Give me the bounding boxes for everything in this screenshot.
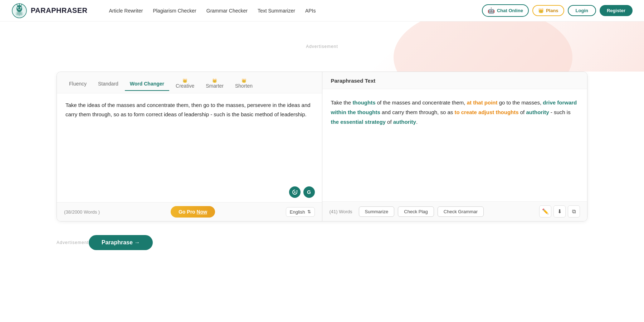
paraphrase-button[interactable]: Paraphrase → [89, 235, 153, 250]
icon-buttons: G [289, 186, 315, 198]
para-text-6: - such is [549, 109, 571, 115]
chat-robot-icon: 🤖 [488, 7, 495, 14]
input-textarea[interactable] [65, 101, 313, 194]
right-panel-header: Paraphrased Text [322, 72, 587, 89]
download-icon[interactable]: ⬇ [553, 205, 566, 218]
nav-text-summarizer[interactable]: Text Summarizer [258, 8, 295, 14]
ad-top-label: Advertisement [306, 44, 338, 49]
icon-actions: ✏️ ⬇ ⧉ [539, 205, 580, 218]
para-text-3: go to the masses, [498, 99, 543, 106]
edit-icon[interactable]: ✏️ [539, 205, 551, 218]
para-highlight-create: to create adjust thoughts [454, 109, 518, 115]
paraphrased-content: Take the thoughts of the masses and conc… [322, 89, 587, 201]
svg-point-1 [16, 5, 22, 12]
nav-article-rewriter[interactable]: Article Rewriter [109, 8, 143, 14]
para-highlight-authority2: authority [393, 119, 416, 125]
right-bottom-bar: (41) Words Summarize Check Plag Check Gr… [322, 201, 587, 221]
go-pro-button[interactable]: Go Pro Now [171, 206, 215, 218]
main-nav: Article Rewriter Plagiarism Checker Gram… [109, 8, 316, 14]
tab-standard[interactable]: Standard [93, 78, 123, 91]
para-text-8: . [416, 119, 418, 125]
left-panel: Fluency Standard Word Changer 👑 Creative… [57, 72, 322, 221]
svg-point-4 [18, 8, 19, 8]
crown-icon: 👑 [538, 8, 544, 13]
tab-word-changer[interactable]: Word Changer [125, 78, 169, 91]
para-text-7: of [386, 119, 393, 125]
copy-icon[interactable]: ⧉ [568, 205, 580, 218]
tabs-bar: Fluency Standard Word Changer 👑 Creative… [57, 72, 322, 93]
tab-creative[interactable]: 👑 Creative [171, 75, 199, 93]
brand-logo[interactable]: PARAPHRASER [11, 3, 87, 19]
navbar: PARAPHRASER Article Rewriter Plagiarism … [0, 0, 644, 21]
summarize-button[interactable]: Summarize [359, 206, 395, 217]
creative-crown-icon: 👑 [182, 78, 187, 83]
svg-point-9 [294, 191, 296, 193]
login-button[interactable]: Login [568, 5, 596, 16]
navbar-actions: 🤖 Chat Online 👑 Plans Login Register [482, 4, 633, 17]
nav-apis[interactable]: APIs [305, 8, 316, 14]
right-word-count: (41) Words [330, 209, 352, 214]
nav-plagiarism-checker[interactable]: Plagiarism Checker [153, 8, 196, 14]
left-bottom-bar: (38/2000 Words ) Go Pro Now English ⇅ [57, 202, 322, 221]
hero-background: Advertisement [0, 21, 644, 72]
logo-icon [11, 3, 27, 19]
para-text-2: of the masses and concentrate them, [376, 99, 467, 106]
grammarly-icon[interactable]: G [303, 186, 315, 198]
brand-name: PARAPHRASER [31, 6, 87, 15]
word-count: (38/2000 Words ) [64, 209, 100, 215]
language-selector[interactable]: English ⇅ [286, 207, 315, 217]
right-panel: Paraphrased Text Take the thoughts of th… [322, 72, 587, 221]
footer-area: Advertisement Paraphrase → [47, 229, 597, 257]
para-text-1: Take the [331, 99, 353, 106]
editor-wrapper: Fluency Standard Word Changer 👑 Creative… [57, 72, 587, 221]
check-grammar-button[interactable]: Check Grammar [438, 206, 484, 217]
chat-online-button[interactable]: 🤖 Chat Online [482, 4, 529, 17]
plans-button[interactable]: 👑 Plans [532, 5, 564, 16]
nav-grammar-checker[interactable]: Grammar Checker [206, 8, 248, 14]
refresh-icon[interactable] [289, 186, 301, 198]
para-highlight-authority1: authority [526, 109, 549, 115]
tab-fluency[interactable]: Fluency [64, 78, 92, 91]
svg-point-5 [21, 8, 21, 8]
smarter-crown-icon: 👑 [212, 78, 217, 83]
tab-smarter[interactable]: 👑 Smarter [201, 75, 229, 93]
para-highlight-thoughts: thoughts [352, 99, 375, 106]
para-highlight-essential: the essential strategy [331, 119, 386, 125]
para-text-4: and carry them through, so as [380, 109, 455, 115]
para-text-5: of [519, 109, 526, 115]
para-highlight-atpoint: at that point [467, 99, 498, 106]
register-button[interactable]: Register [600, 5, 633, 16]
ad-bottom-label: Advertisement [57, 240, 89, 245]
check-plag-button[interactable]: Check Plag [398, 206, 434, 217]
input-area: G [57, 93, 322, 202]
main-container: Fluency Standard Word Changer 👑 Creative… [47, 72, 597, 229]
tab-shorten[interactable]: 👑 Shorten [230, 75, 258, 93]
chevron-up-down-icon: ⇅ [307, 209, 311, 214]
shorten-crown-icon: 👑 [241, 78, 247, 83]
